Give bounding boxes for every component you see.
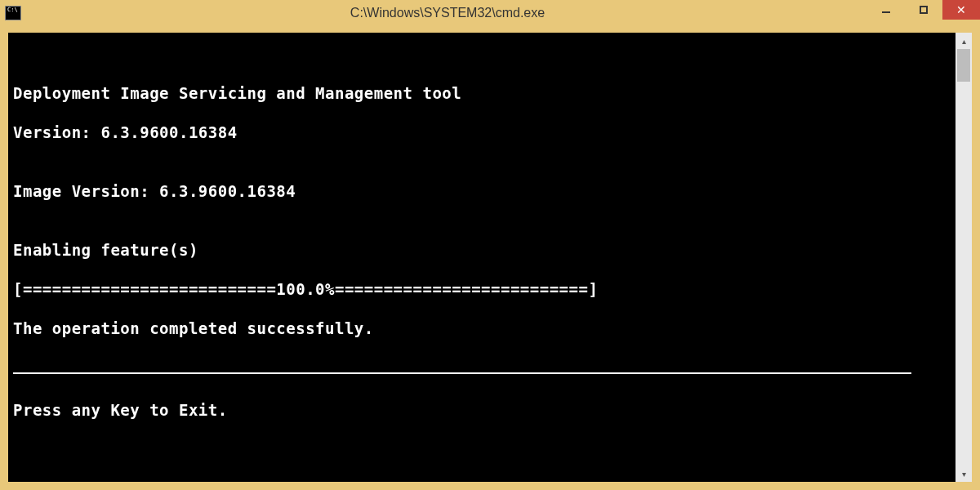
console-line: Deployment Image Servicing and Managemen… <box>13 83 956 103</box>
window-controls: ✕ <box>867 0 980 26</box>
vertical-scrollbar[interactable]: ▴ ▾ <box>956 33 972 482</box>
scroll-up-button[interactable]: ▴ <box>956 33 972 49</box>
chevron-down-icon: ▾ <box>962 470 966 479</box>
scroll-track[interactable] <box>956 49 972 466</box>
console-line: Press any Key to Exit. <box>13 400 956 420</box>
console-line: The operation completed successfully. <box>13 318 956 338</box>
divider-line <box>13 372 911 374</box>
console-text: Deployment Image Servicing and Managemen… <box>13 44 956 459</box>
console-output[interactable]: Deployment Image Servicing and Managemen… <box>8 33 956 482</box>
console-line: Version: 6.3.9600.16384 <box>13 122 956 142</box>
maximize-button[interactable] <box>905 0 942 20</box>
scroll-thumb[interactable] <box>957 49 970 82</box>
maximize-icon <box>920 6 928 14</box>
cmd-icon: C:\ <box>5 6 21 20</box>
console-line: Enabling feature(s) <box>13 240 956 260</box>
chevron-up-icon: ▴ <box>962 37 966 46</box>
client-area: Deployment Image Servicing and Managemen… <box>0 26 980 490</box>
close-button[interactable]: ✕ <box>942 0 980 20</box>
cmd-window: C:\ C:\Windows\SYSTEM32\cmd.exe ✕ Deploy… <box>0 0 980 490</box>
cmd-icon-label: C:\ <box>7 7 18 13</box>
console-line: Image Version: 6.3.9600.16384 <box>13 181 956 201</box>
minimize-icon <box>882 11 890 13</box>
titlebar[interactable]: C:\ C:\Windows\SYSTEM32\cmd.exe ✕ <box>0 0 980 26</box>
close-icon: ✕ <box>956 4 966 16</box>
scroll-down-button[interactable]: ▾ <box>956 466 972 482</box>
console-line-progress: [==========================100.0%=======… <box>13 279 956 299</box>
minimize-button[interactable] <box>867 0 905 20</box>
window-title: C:\Windows\SYSTEM32\cmd.exe <box>28 6 867 20</box>
